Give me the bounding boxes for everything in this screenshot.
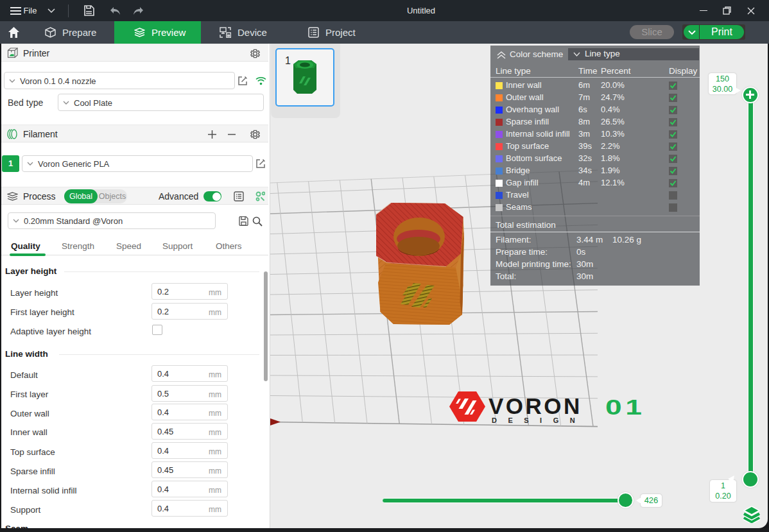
svg-text:DESIGN: DESIGN [492, 416, 586, 424]
svg-text:01: 01 [605, 395, 646, 419]
svg-text:VORON: VORON [488, 393, 582, 418]
